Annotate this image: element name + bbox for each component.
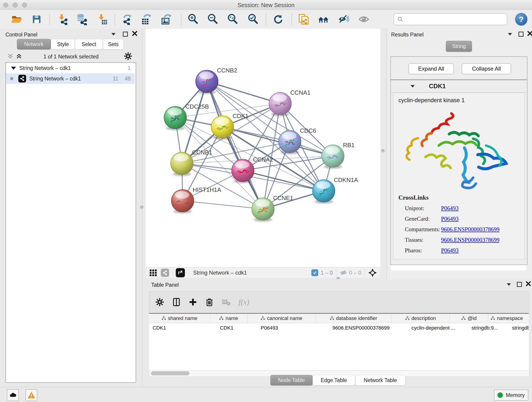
table-settings-gear-icon[interactable] [155,298,164,307]
zoom-selected-button[interactable] [247,13,259,26]
results-panel-title: Results Panel [391,32,424,38]
tab-node-table[interactable]: Node Table [270,375,312,385]
selection-counters: 1 – 0 0 – 0 [311,268,380,277]
help-button[interactable]: ? [515,13,527,26]
network-node-CDKN1A[interactable]: CDKN1A [312,177,358,204]
network-node-RB1[interactable]: RB1 [322,142,355,169]
control-panel-title: Control Panel [6,32,37,38]
column-header[interactable]: @id [450,314,488,323]
show-all-button[interactable] [357,13,370,26]
collapse-all-button[interactable]: Collapse All [462,63,511,74]
tab-select[interactable]: Select [75,39,103,50]
tab-network-table[interactable]: Network Table [355,375,405,385]
results-scrollbar-track[interactable] [390,265,526,270]
crosslink-tissues-link[interactable]: 9606.ENSP00000378699 [441,237,500,243]
hidden-eye-slash-icon[interactable] [340,269,347,277]
expand-all-button[interactable]: Expand All [409,63,454,74]
protein-section-header[interactable]: CDK1 [391,80,527,92]
network-view-canvas[interactable]: CCNB2CCNA1CDC25BCDK1CDC6RB1CCNB1CCNA2CDK… [146,29,380,267]
add-column-plus-icon[interactable] [189,298,197,306]
memory-button[interactable]: Memory [494,390,528,401]
column-header[interactable]: database identifier [316,314,391,323]
right-splitter-handle[interactable] [381,149,385,153]
panel-menu-caret-icon[interactable] [507,283,511,286]
protein-section: CDK1 cyclin-dependent kinase 1 [390,80,527,265]
column-header[interactable]: canonical name [247,314,316,323]
float-panel-icon[interactable] [123,32,128,37]
network-node-HIST1H1A[interactable]: HIST1H1A [171,186,221,213]
import-table-icon [96,13,108,25]
tab-network[interactable]: Network [17,39,51,50]
import-table-button[interactable] [96,13,109,26]
network-options-gear-icon[interactable] [124,52,133,61]
home-pages-button[interactable] [317,13,330,26]
warnings-button[interactable] [25,389,37,401]
tab-string[interactable]: String [446,41,472,52]
zoom-out-button[interactable] [206,13,219,26]
float-panel-icon[interactable] [519,32,524,37]
protein-name: CDK1 [429,83,446,90]
current-network-dot-icon [10,77,13,80]
crosslinks-title: CrossLinks [399,194,429,201]
question-mark: ? [519,15,524,24]
column-header[interactable]: namespace [488,314,529,323]
scrollbar-thumb[interactable] [151,371,190,375]
birdseye-grid-icon[interactable] [149,269,157,277]
open-in-new-window-icon[interactable] [176,268,185,277]
network-snapshot-button[interactable] [297,13,310,26]
import-network-database-button[interactable] [75,13,88,26]
crosslink-compartments-link[interactable]: 9606.ENSP00000378699 [441,226,500,233]
export-image-button[interactable] [160,13,172,26]
network-edge-CCNB2-CCNA1[interactable] [207,81,280,104]
export-network-button[interactable] [120,13,133,26]
apply-layout-button[interactable] [272,13,284,26]
import-network-file-button[interactable] [56,13,69,26]
close-panel-icon[interactable] [525,281,532,287]
navigate-crosshair-icon[interactable] [368,268,377,277]
panel-menu-caret-icon[interactable] [111,33,115,36]
search-input[interactable] [405,16,507,22]
tree-expander-icon[interactable] [11,67,16,70]
column-header[interactable]: name [210,314,247,323]
column-header[interactable]: shared name [149,314,210,323]
node-label-CCNB1: CCNB1 [192,149,212,156]
crosslink-pharos-link[interactable]: P06493 [441,247,458,254]
column-header[interactable]: description [391,314,450,323]
show-columns-icon[interactable] [172,298,181,306]
export-table-button[interactable] [140,13,152,26]
expand-collapse-box: Expand All Collapse All [390,56,527,80]
zoom-fit-button[interactable] [226,13,239,26]
delete-column-trash-icon[interactable] [205,298,214,306]
crosslink-genecard-link[interactable]: P06493 [441,216,458,222]
cloud-button[interactable] [7,389,19,401]
left-splitter-handle[interactable] [140,205,143,209]
tab-edge-table[interactable]: Edge Table [312,375,355,385]
network-node-CCNA1[interactable]: CCNA1 [269,89,310,116]
network-overview-share-icon[interactable] [161,269,169,277]
float-panel-icon[interactable] [517,282,522,287]
open-session-button[interactable] [10,13,23,26]
table-row[interactable]: CDK1 CDK1 P06493 9606.ENSP00000378699 cy… [149,323,529,333]
network-collection-row[interactable]: String Network – cdk1 1 [6,63,135,73]
database-network-icon [76,13,88,25]
selected-checkbox-icon[interactable] [311,269,318,276]
zoom-in-button[interactable] [186,13,199,26]
close-panel-icon[interactable] [527,30,532,37]
network-node-CCNB1[interactable]: CCNB1 [171,149,212,176]
node-count: 11 [113,76,119,82]
tab-sets[interactable]: Sets [103,39,124,50]
string-network-graph[interactable]: CCNB2CCNA1CDC25BCDK1CDC6RB1CCNB1CCNA2CDK… [146,29,380,267]
network-row-selected[interactable]: String Network – cdk1 11 48 [6,73,135,84]
node-label-RB1: RB1 [343,142,355,148]
section-expander-icon[interactable] [411,85,415,88]
node-label-CCNA1: CCNA1 [290,89,310,96]
protein-description: cyclin-dependent kinase 1 [399,97,465,104]
tab-style[interactable]: Style [51,39,75,50]
string-network-icon [18,75,26,83]
save-session-button[interactable] [30,13,43,26]
crosslink-uniprot-link[interactable]: P06493 [441,205,458,211]
close-panel-icon[interactable] [132,30,138,37]
hide-selected-button[interactable] [337,13,350,26]
toolbar-separator [114,14,115,25]
panel-menu-caret-icon[interactable] [508,33,512,36]
